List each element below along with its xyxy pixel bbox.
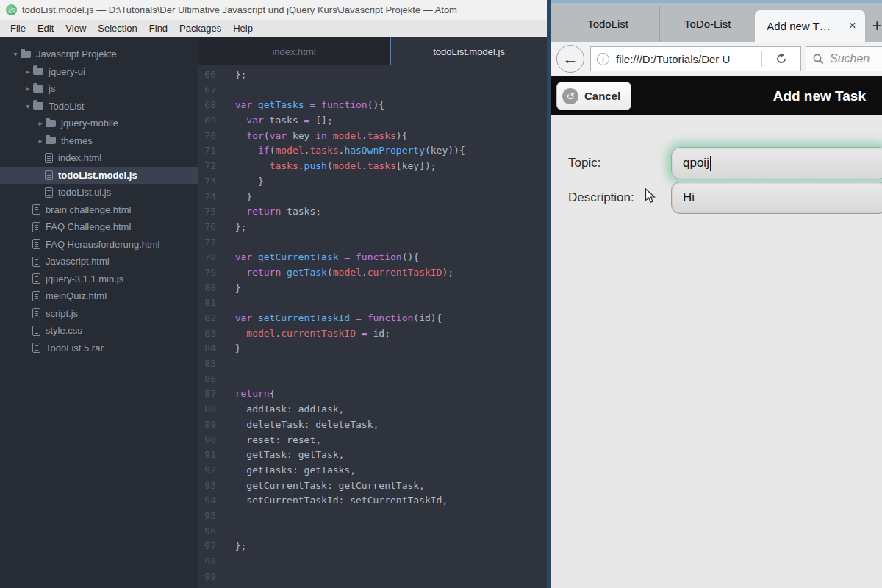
tree-item-todolist-5-rar[interactable]: TodoList 5.rar [0,340,198,357]
input-value: qpoij [683,156,709,171]
topic-input[interactable]: qpoij [671,147,882,179]
tree-item-js[interactable]: ▸js [0,80,198,98]
line-number: 76 [198,220,222,235]
chevron-right-icon[interactable]: ▸ [35,137,46,145]
menu-help[interactable]: Help [227,23,259,34]
tree-view: ▾Javascript Projekte▸jquery-ui▸js▾TodoLi… [0,37,198,588]
chevron-down-icon[interactable]: ▾ [23,102,33,110]
code-line-83: 83 model.currentTaskID = id; [198,326,547,342]
tree-item-meinquiz-html[interactable]: meinQuiz.html [0,287,198,305]
menu-selection[interactable]: Selection [92,23,143,34]
chevron-right-icon[interactable]: ▸ [23,68,33,76]
browser-tab-add-new-t-[interactable]: Add new T…× [755,10,864,42]
tree-item-jquery-mobile[interactable]: ▸jquery-mobile [0,115,198,132]
tree-item-todolist-model-js[interactable]: todoList.model.js [0,167,198,184]
code-text [222,554,223,570]
tree-item-todolist[interactable]: ▾TodoList [0,98,198,115]
tree-item-label: todoList.ui.js [58,187,111,198]
code-area[interactable]: 66 };6768 var getTasks = function(){69 v… [198,65,547,588]
new-tab-button[interactable]: + [872,18,882,35]
file-icon [32,273,40,284]
tree-item-jquery-3-1-1-min-js[interactable]: jquery-3.1.1.min.js [0,270,198,288]
tree-item-javascript-html[interactable]: Javascript.html [0,253,198,270]
line-number: 77 [198,235,222,251]
code-text: addTask: addTask, [222,402,344,417]
tree-item-style-css[interactable]: style.css [0,322,198,340]
editor-tab-index-html[interactable]: index.html [198,37,390,65]
site-info-icon[interactable]: i [597,53,609,65]
browser-tab-label: Add new T… [767,20,830,32]
code-line-82: 82 var setCurrentTaskId = function(id){ [198,311,547,326]
url-text[interactable]: file:///D:/Tutorials/Der U [616,53,760,65]
line-number: 70 [198,129,222,144]
search-icon [812,53,825,65]
file-icon [32,343,40,353]
code-line-87: 87 return{ [198,387,547,402]
browser-tab-todolist[interactable]: TodoList [556,6,660,42]
tree-item-brain-challenge-html[interactable]: brain challenge.html [0,201,198,219]
tree-item-faq-challenge-html[interactable]: FAQ Challenge.html [0,218,198,236]
code-text: tasks.push(model.tasks[key]); [222,159,437,174]
code-text [222,524,223,539]
tree-item-todolist-ui-js[interactable]: todoList.ui.js [0,184,198,201]
atom-window: todoList.model.js — D:\Tutorials\Der Ult… [0,0,547,588]
cancel-button[interactable]: ↺ Cancel [556,82,631,110]
back-button[interactable]: ← [556,45,584,73]
line-number: 89 [198,417,222,433]
line-number: 98 [198,554,222,570]
tree-item-label: index.html [58,152,101,163]
menu-file[interactable]: File [4,23,32,34]
line-number: 68 [198,98,222,113]
line-number: 85 [198,356,222,372]
code-text: } [222,174,264,190]
reload-button[interactable] [762,53,800,65]
file-icon [32,239,40,249]
line-number: 74 [198,190,222,205]
search-bar[interactable]: Suchen [806,46,882,71]
menu-packages[interactable]: Packages [173,23,227,34]
code-text: deleteTask: deleteTask, [222,417,379,433]
browser-window: TodoListToDo-ListAdd new T…×+ ← i file:/… [547,0,882,588]
tree-item-label: jquery-3.1.1.min.js [46,273,123,284]
tree-item-themes[interactable]: ▸themes [0,132,198,150]
editor-tab-bar: index.htmltodoList.model.js [198,37,547,65]
tree-item-label: brain challenge.html [46,204,131,215]
line-number: 67 [198,83,222,98]
code-line-88: 88 addTask: addTask, [198,402,547,417]
code-text: }; [222,539,246,554]
tree-item-script-js[interactable]: script.js [0,305,198,323]
menu-view[interactable]: View [60,23,92,34]
line-number: 95 [198,509,222,524]
file-icon [45,170,53,180]
line-number: 90 [198,433,222,448]
folder-icon [46,120,56,127]
editor-tab-todolist-model-js[interactable]: todoList.model.js [390,37,547,65]
workspace: ▾Javascript Projekte▸jquery-ui▸js▾TodoLi… [0,37,547,588]
chevron-right-icon[interactable]: ▸ [35,119,46,127]
code-line-73: 73 } [198,174,547,190]
line-number: 91 [198,448,222,463]
code-text: var setCurrentTaskId = function(id){ [222,311,442,326]
menu-bar: FileEditViewSelectionFindPackagesHelp [0,20,547,37]
code-line-74: 74 } [198,190,547,205]
line-number: 88 [198,402,222,417]
description-input[interactable]: Hi [671,182,882,214]
folder-icon [46,137,56,144]
code-text [222,570,223,585]
tree-item-jquery-ui[interactable]: ▸jquery-ui [0,63,198,81]
code-line-85: 85 [198,356,547,372]
line-number: 73 [198,174,222,190]
browser-tab-todo-list[interactable]: ToDo-List [660,6,755,42]
chevron-right-icon[interactable]: ▸ [23,85,33,93]
chevron-down-icon[interactable]: ▾ [10,50,21,58]
tree-item-javascript-projekte[interactable]: ▾Javascript Projekte [0,46,198,63]
browser-tab-label: TodoList [587,18,628,30]
browser-tab-strip: TodoListToDo-ListAdd new T…×+ [551,3,882,42]
tree-item-index-html[interactable]: index.html [0,149,198,167]
code-text: return tasks; [222,204,321,220]
menu-find[interactable]: Find [143,23,173,34]
menu-edit[interactable]: Edit [32,23,60,34]
tab-close-icon[interactable]: × [849,18,856,33]
tree-item-faq-herausforderung-html[interactable]: FAQ Herausforderung.html [0,236,198,254]
url-bar[interactable]: i file:///D:/Tutorials/Der U [590,46,801,71]
